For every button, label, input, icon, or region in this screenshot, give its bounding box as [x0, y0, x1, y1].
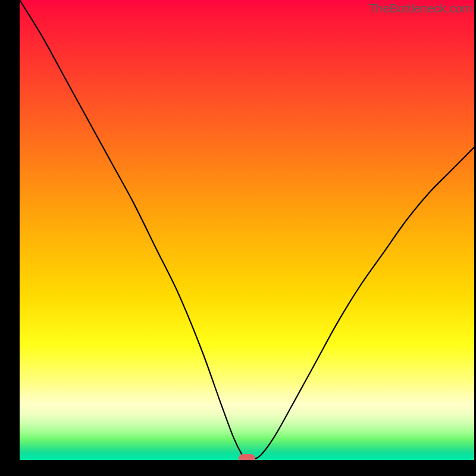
x-axis-margin: [0, 460, 476, 476]
y-axis-margin: [0, 0, 20, 476]
site-watermark: TheBottleneck.com: [368, 1, 472, 15]
bottleneck-curve-path: [20, 0, 474, 460]
bottleneck-curve-svg: [20, 0, 474, 460]
